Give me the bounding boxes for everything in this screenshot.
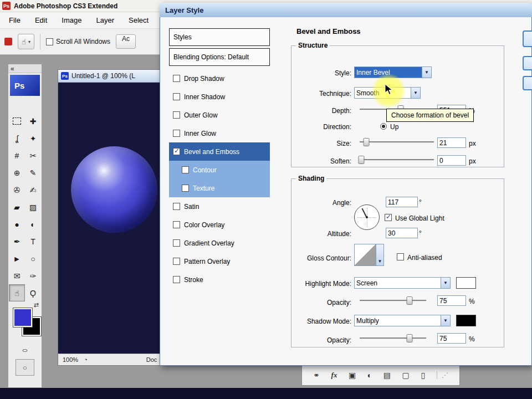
ellipse-tool[interactable]: ○ xyxy=(25,250,41,267)
chevron-down-icon[interactable]: ▼ xyxy=(441,315,450,326)
new-layer-icon[interactable]: ▢ xyxy=(402,371,410,380)
style-item-gradient-overlay[interactable]: Gradient Overlay xyxy=(169,234,270,252)
swap-colors-icon[interactable]: ⇄ xyxy=(34,301,39,309)
menu-layer[interactable]: Layer xyxy=(96,16,115,24)
checkbox[interactable] xyxy=(182,166,189,173)
new-style-button-clipped[interactable] xyxy=(523,76,532,90)
checkbox[interactable] xyxy=(173,258,180,265)
checkbox[interactable] xyxy=(173,75,180,82)
history-brush-tool[interactable]: ✍ xyxy=(25,181,41,198)
eraser-tool[interactable]: ▰ xyxy=(9,198,25,216)
angle-dial[interactable] xyxy=(354,204,380,230)
dialog-titlebar[interactable]: Layer Style xyxy=(160,3,532,17)
menu-image[interactable]: Image xyxy=(62,16,81,24)
menu-file[interactable]: File xyxy=(9,16,21,24)
blur-tool[interactable]: ● xyxy=(9,216,25,233)
layer-mask-icon[interactable]: ▣ xyxy=(349,371,356,380)
layer-group-icon[interactable]: ▤ xyxy=(383,371,391,380)
size-slider[interactable] xyxy=(360,138,434,146)
move-tool[interactable]: ✚ xyxy=(25,112,41,130)
hand-tool[interactable]: ☝ xyxy=(9,284,25,301)
zoom-tool[interactable]: Ϙ xyxy=(25,284,41,301)
style-item-inner-glow[interactable]: Inner Glow xyxy=(169,124,270,142)
foreground-color-swatch[interactable] xyxy=(13,308,32,327)
menu-edit[interactable]: Edit xyxy=(35,16,47,24)
layer-style-fx-icon[interactable]: fx xyxy=(331,371,337,380)
gloss-contour-swatch[interactable] xyxy=(354,244,376,266)
path-selection-tool[interactable]: ► xyxy=(9,250,25,267)
soften-slider-handle[interactable] xyxy=(358,156,364,164)
lasso-tool[interactable]: ʆ xyxy=(9,130,25,147)
shadow-opacity-slider[interactable] xyxy=(360,334,426,342)
pen-tool[interactable]: ✒ xyxy=(9,233,25,250)
collapse-arrows-icon[interactable]: « xyxy=(11,65,14,72)
chevron-down-icon[interactable]: ▼ xyxy=(411,88,420,98)
highlight-opacity-handle[interactable] xyxy=(407,296,413,305)
style-item-satin[interactable]: Satin xyxy=(169,197,270,216)
beveled-sphere-layer[interactable] xyxy=(71,146,157,233)
size-input[interactable] xyxy=(437,137,466,148)
checkbox[interactable] xyxy=(173,111,180,119)
checkbox[interactable] xyxy=(173,130,180,137)
shadow-mode-dropdown[interactable]: Multiply ▼ xyxy=(354,315,451,326)
style-item-drop-shadow[interactable]: Drop Shadow xyxy=(169,69,270,88)
scroll-all-windows-checkbox[interactable] xyxy=(46,38,53,45)
dodge-tool[interactable]: ◐ xyxy=(25,216,41,233)
checkbox[interactable] xyxy=(173,148,180,155)
crop-tool[interactable]: # xyxy=(9,147,25,164)
shadow-color-swatch[interactable] xyxy=(456,315,476,326)
quick-mask-button[interactable]: ○ xyxy=(16,346,34,355)
style-item-texture[interactable]: Texture xyxy=(169,179,270,197)
gradient-tool[interactable]: ▨ xyxy=(25,198,41,216)
style-item-outer-glow[interactable]: Outer Glow xyxy=(169,106,270,124)
checkbox[interactable] xyxy=(182,185,189,192)
type-tool[interactable]: T xyxy=(25,233,41,250)
style-item-stroke[interactable]: Stroke xyxy=(169,270,270,289)
angle-input[interactable] xyxy=(386,197,418,207)
rectangular-marquee-tool[interactable] xyxy=(9,112,25,130)
style-item-bevel-and-emboss[interactable]: Bevel and Emboss xyxy=(169,142,270,161)
scroll-all-windows-option[interactable]: Scroll All Windows xyxy=(46,38,110,45)
strip-grip-icon[interactable]: ⋰ xyxy=(437,371,448,379)
checkbox[interactable] xyxy=(173,203,180,210)
style-item-pattern-overlay[interactable]: Pattern Overlay xyxy=(169,252,270,270)
checkbox[interactable] xyxy=(173,221,180,228)
shadow-opacity-input[interactable] xyxy=(437,333,466,344)
cancel-button-clipped[interactable] xyxy=(523,56,532,70)
brush-tool[interactable]: ✎ xyxy=(25,164,41,181)
checkbox[interactable] xyxy=(173,239,180,247)
style-item-contour[interactable]: Contour xyxy=(169,161,270,179)
magic-wand-tool[interactable]: ✦ xyxy=(25,130,41,147)
tool-preset-icon[interactable] xyxy=(4,38,12,45)
checkbox[interactable] xyxy=(173,93,180,100)
use-global-light-checkbox[interactable] xyxy=(385,214,392,221)
adjustment-layer-icon[interactable]: ◐ xyxy=(367,371,372,380)
shadow-opacity-handle[interactable] xyxy=(407,334,413,342)
chevron-down-icon[interactable]: ▼ xyxy=(441,278,450,288)
blending-options-box[interactable]: Blending Options: Default xyxy=(169,48,270,66)
size-slider-handle[interactable] xyxy=(364,138,370,146)
altitude-input[interactable] xyxy=(386,228,418,238)
soften-slider[interactable] xyxy=(360,156,434,163)
ok-button-clipped[interactable] xyxy=(523,30,532,47)
checkbox[interactable] xyxy=(173,276,180,283)
eyedropper-tool[interactable]: ✑ xyxy=(25,267,41,284)
actual-pixels-button[interactable]: Ac xyxy=(116,34,136,49)
menu-select[interactable]: Select xyxy=(129,16,149,24)
highlight-mode-dropdown[interactable]: Screen ▼ xyxy=(354,277,451,289)
chevron-down-icon[interactable]: ▼ xyxy=(422,67,431,78)
highlight-color-swatch[interactable] xyxy=(456,277,476,289)
notes-tool[interactable]: ✉ xyxy=(9,267,25,284)
soften-input[interactable] xyxy=(437,155,466,166)
styles-header-box[interactable]: Styles xyxy=(169,28,270,46)
hand-tool-preset-button[interactable]: ☝ ▾ xyxy=(18,34,34,49)
healing-brush-tool[interactable]: ⊕ xyxy=(9,164,25,181)
gloss-contour-dropdown-button[interactable]: ▼ xyxy=(376,244,384,266)
direction-up-radio[interactable] xyxy=(380,123,387,130)
screen-mode-button[interactable]: ○ xyxy=(16,359,34,376)
slice-tool[interactable]: ✂ xyxy=(25,147,41,164)
anti-aliased-checkbox[interactable] xyxy=(397,253,404,260)
delete-layer-icon[interactable]: ▯ xyxy=(421,371,425,380)
highlight-opacity-input[interactable] xyxy=(437,295,466,306)
highlight-opacity-slider[interactable] xyxy=(360,296,426,304)
